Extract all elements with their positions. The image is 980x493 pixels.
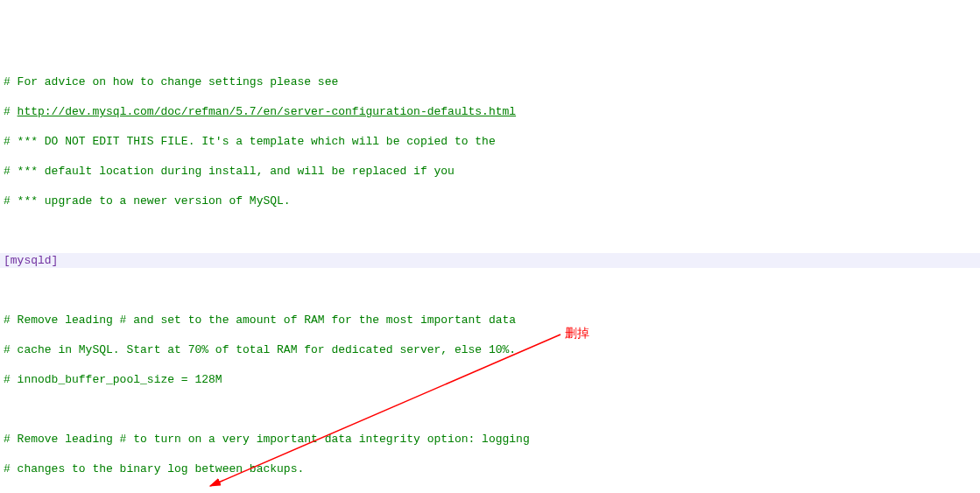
comment-line: # *** DO NOT EDIT THIS FILE. It's a temp…: [4, 135, 496, 148]
comment-line: # changes to the binary log between back…: [4, 462, 304, 475]
comment-hash: #: [4, 105, 18, 118]
comment-line: # innodb_buffer_pool_size = 128M: [4, 373, 222, 386]
comment-line: # For advice on how to change settings p…: [4, 75, 338, 88]
section-header-row: [mysqld]: [0, 253, 980, 268]
comment-line: # cache in MySQL. Start at 70% of total …: [4, 343, 516, 356]
comment-line: # Remove leading # and set to the amount…: [4, 313, 516, 327]
comment-line: # *** default location during install, a…: [4, 165, 455, 178]
section-header: [mysqld]: [4, 254, 58, 267]
annotation-label: 删掉: [565, 326, 589, 341]
code-block: # For advice on how to change settings p…: [0, 60, 980, 493]
comment-line: # Remove leading # to turn on a very imp…: [4, 433, 530, 446]
comment-line: # *** upgrade to a newer version of MySQ…: [4, 194, 291, 208]
doc-link[interactable]: http://dev.mysql.com/doc/refman/5.7/en/s…: [18, 105, 517, 118]
